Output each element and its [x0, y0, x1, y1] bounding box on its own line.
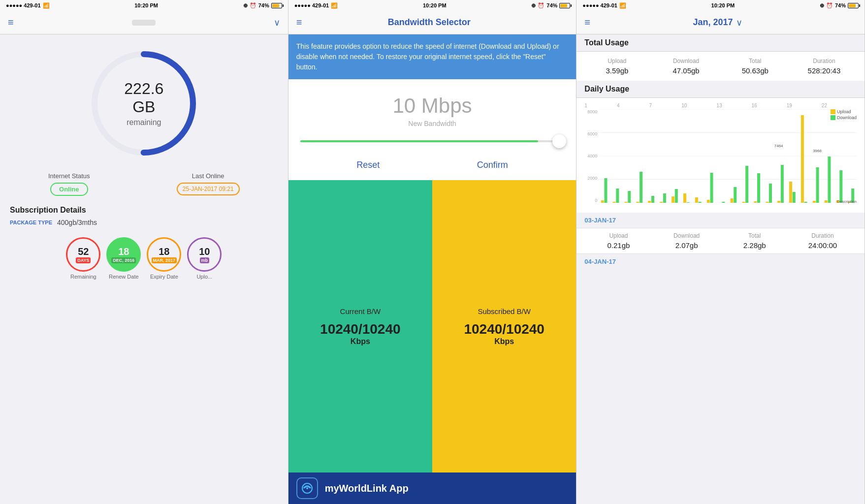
- circle-sublabel-1: Renew Date: [106, 274, 141, 280]
- svg-rect-39: [777, 201, 780, 203]
- menu-icon-2[interactable]: ≡: [296, 17, 302, 28]
- svg-rect-10: [605, 178, 608, 203]
- time-3: 10:20 PM: [711, 2, 735, 8]
- circle-badge-0: DAYS: [76, 257, 91, 263]
- subscribed-bw-title: Subscribed B/W: [478, 307, 531, 315]
- legend-download-label: Download: [837, 115, 857, 120]
- time-2: 10:20 PM: [423, 2, 447, 8]
- status-bar-3: ●●●●● 429-01 📶 10:20 PM ⊕ ⏰ 74%: [577, 0, 865, 11]
- svg-rect-36: [757, 173, 760, 203]
- bar-label-7464: 7464: [774, 144, 783, 148]
- circle-sublabel-2: Expiry Date: [147, 274, 181, 280]
- slider-container: [288, 132, 577, 150]
- slider-fill: [300, 140, 538, 142]
- battery-icon-1: [271, 3, 282, 8]
- svg-rect-23: [683, 193, 686, 203]
- internet-status-label: Internet Status: [48, 172, 90, 180]
- svg-rect-48: [828, 157, 831, 203]
- svg-rect-44: [804, 202, 807, 203]
- total-upload-value: 3.59gb: [584, 66, 649, 75]
- svg-rect-14: [628, 191, 631, 203]
- last-online-item: Last Online 25-JAN-2017 09:21: [177, 172, 240, 196]
- nav-bar-2: ≡ Bandwidth Selector: [288, 11, 577, 34]
- svg-rect-26: [699, 202, 702, 203]
- panel2-content: This feature provides option to reduce t…: [288, 34, 577, 504]
- chart-wrapper: 147 101316 1922 8000 6000 4000 2000 0: [584, 103, 857, 205]
- bw-cards: Current B/W 10240/10240 Kbps Subscribed …: [288, 180, 577, 472]
- package-value: 400gb/3mths: [57, 219, 97, 226]
- svg-rect-20: [663, 193, 666, 203]
- circles-row: 52 DAYS Remaining 18 DEC, 2016 Renew Dat…: [56, 237, 231, 280]
- reset-button[interactable]: Reset: [356, 160, 380, 170]
- nav-title-3: Jan, 2017: [693, 17, 733, 28]
- svg-rect-50: [840, 170, 843, 203]
- menu-icon-1[interactable]: ≡: [8, 17, 14, 28]
- svg-rect-32: [734, 187, 737, 203]
- circle-number-1: 18: [118, 246, 129, 257]
- svg-rect-12: [616, 189, 619, 203]
- status-left-1: ●●●●● 429-01 📶: [6, 2, 50, 9]
- current-bw-value: 10240/10240: [320, 321, 401, 337]
- daily-download-value-0: 2.07gb: [653, 241, 721, 250]
- online-badge: Online: [50, 183, 88, 196]
- chart-svg: [599, 109, 857, 203]
- slider-thumb[interactable]: [552, 134, 566, 148]
- total-total-label: Total: [723, 58, 788, 64]
- bar-chart: Upload Download 7464 3966 Description: [599, 109, 857, 205]
- app-icon: [296, 477, 318, 499]
- svg-rect-38: [769, 184, 772, 203]
- date-03jan: 03-JAN-17: [577, 213, 865, 228]
- svg-rect-47: [825, 200, 828, 203]
- circle-number-3: 10: [199, 246, 210, 257]
- app-name: myWorldLink App: [325, 483, 409, 494]
- signal-text-2: ●●●●● 429-01: [294, 2, 329, 8]
- gauge-text: 222.6 GB remaining: [114, 80, 173, 127]
- panel-dashboard: ●●●●● 429-01 📶 10:20 PM ⊕ ⏰ 74% ≡ ∨: [0, 0, 288, 504]
- chevron-icon-3[interactable]: ∨: [736, 17, 742, 28]
- legend-download-dot: [831, 115, 835, 120]
- subscribed-bw-unit: Kbps: [494, 337, 514, 346]
- subscribed-bw-card: Subscribed B/W 10240/10240 Kbps: [432, 180, 576, 472]
- total-duration-label: Duration: [792, 58, 857, 64]
- last-online-label: Last Online: [177, 172, 240, 180]
- svg-rect-37: [766, 202, 769, 203]
- status-right-1: ⊕ ⏰ 74%: [243, 2, 282, 9]
- daily-total-label-0: Total: [721, 232, 789, 239]
- panel-bandwidth: ●●●●● 429-01 📶 10:20 PM ⊕ ⏰ 74% ≡ Bandwi…: [288, 0, 577, 504]
- wifi-icon-3: 📶: [619, 2, 626, 9]
- location-icon-3: ⊕: [820, 2, 824, 9]
- circle-badge-3: mb: [200, 257, 210, 263]
- circle-sublabel-3: Uplo...: [187, 274, 222, 280]
- svg-rect-28: [710, 173, 713, 203]
- total-usage-header: Total Usage: [577, 34, 865, 52]
- daily-usage-header: Daily Usage: [577, 81, 865, 98]
- chevron-icon-1[interactable]: ∨: [274, 17, 280, 28]
- wifi-icon-1: 📶: [43, 2, 50, 9]
- alarm-icon-1: ⏰: [250, 2, 256, 9]
- battery-text-3: 74%: [835, 2, 846, 8]
- nav-bar-1: ≡ ∨: [0, 11, 288, 34]
- description-label: Description: [837, 199, 857, 204]
- circle-number-0: 52: [78, 246, 89, 257]
- panel3-content: Total Usage Upload3.59gb Download47.05gb…: [577, 34, 865, 504]
- svg-rect-21: [672, 196, 674, 203]
- slider-track[interactable]: [300, 140, 565, 142]
- current-bw-card: Current B/W 10240/10240 Kbps: [288, 180, 432, 472]
- bar-label-3966: 3966: [813, 149, 822, 153]
- battery-icon-2: [559, 3, 570, 8]
- confirm-button[interactable]: Confirm: [477, 160, 508, 170]
- svg-rect-35: [754, 201, 757, 203]
- circle-renew: 18 DEC, 2016 Renew Date: [106, 237, 141, 280]
- subscription-title: Subscription Details: [10, 206, 278, 215]
- svg-rect-27: [707, 200, 710, 203]
- daily-duration-label-0: Duration: [789, 232, 857, 239]
- svg-rect-11: [613, 202, 616, 203]
- svg-rect-42: [793, 192, 796, 203]
- menu-icon-3[interactable]: ≡: [584, 17, 590, 28]
- total-duration-value: 528:20:43: [792, 66, 857, 75]
- circle-number-2: 18: [159, 246, 169, 257]
- battery-text-1: 74%: [258, 2, 269, 8]
- circle-badge-1: DEC, 2016: [111, 257, 136, 263]
- nav-title-area-3: Jan, 2017 ∨: [693, 17, 742, 28]
- dropdown-1[interactable]: [132, 20, 156, 26]
